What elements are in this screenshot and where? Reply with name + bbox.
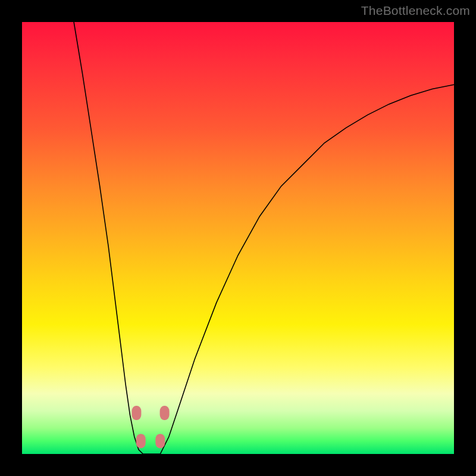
marker-group [131, 406, 169, 448]
bottleneck-curve [74, 22, 454, 454]
curve-marker [131, 406, 141, 420]
curve-marker [155, 434, 165, 448]
curve-marker [160, 406, 170, 420]
plot-area [22, 22, 454, 454]
watermark-text: TheBottleneck.com [361, 4, 470, 18]
curve-layer [22, 22, 454, 454]
outer-frame: TheBottleneck.com [0, 0, 476, 476]
curve-marker [136, 434, 146, 448]
